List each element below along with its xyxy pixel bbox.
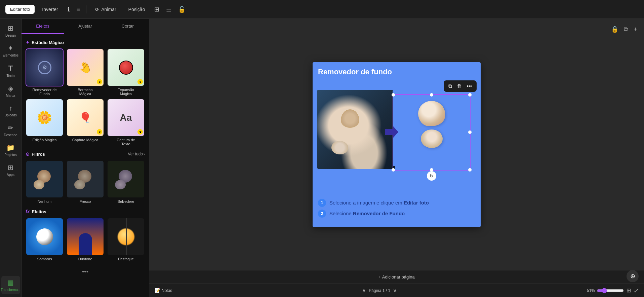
tab-efeitos[interactable]: Efeitos [22,19,64,34]
thumb-label-borracha: BorrachaMágica [78,88,93,96]
sidebar-item-elementos[interactable]: ✦ Elementos [1,41,20,60]
invert-button[interactable]: Inverter [37,5,63,14]
thumb-filter-fresco[interactable]: Fresco [66,160,104,203]
instruction-num-1: 1 [318,199,326,207]
page-indicator: Página 1 / 1 [369,288,390,293]
sidebar-label-texto: Texto [7,74,15,78]
canvas-copy-button[interactable]: ⧉ [622,24,630,34]
canvas-area: 🔒 ⧉ + Removedor de fundo ⧉ 🗑 ••• [149,19,644,297]
handle-bottom-right[interactable] [468,168,472,172]
effects-grid: Sombras Duotone [26,218,145,261]
thumb-captura-magica[interactable]: 🎈 ♛ Captura Mágica [66,99,104,146]
crown-badge-2: ♛ [137,79,143,84]
thumb-filter-nenhum[interactable]: Nenhum [26,160,64,203]
bottom-center: ∧ Página 1 / 1 ∨ [362,287,397,294]
sidebar-item-uploads[interactable]: ↑ Uploads [1,102,20,120]
thumb-box-edicao: 🌼 [26,99,64,137]
chevron-up-button[interactable]: ∧ [362,287,366,294]
uploads-icon: ↑ [9,104,12,112]
sidebar-label-uploads: Uploads [4,113,17,117]
sidebar-label-design: Design [5,34,16,37]
earbud-main-before [341,109,359,128]
zoom-slider[interactable] [597,288,624,293]
thumb-effect-desfoque[interactable]: Desfoque [107,218,145,261]
design-canvas[interactable]: Removedor de fundo ⧉ 🗑 ••• [313,62,481,227]
checkerboard-button[interactable]: ⊞ [152,4,161,14]
ctx-copy-button[interactable]: ⧉ [446,82,454,90]
sidebar-item-marca[interactable]: ◈ Marca [1,82,20,100]
add-page-button[interactable]: + Adicionar página [149,270,644,284]
effects-panel: Efeitos Ajustar Cortar ✦ Estúdio Mágico … [22,19,149,297]
thumb-box-duotone [66,218,104,256]
design-icon: ⊞ [8,24,13,32]
handle-bottom-center[interactable] [430,168,433,172]
position-button[interactable]: Posição [124,5,150,14]
checkerboard-icon: ⊞ [154,6,159,13]
ctx-delete-button[interactable]: 🗑 [455,82,464,90]
sidebar-item-transform[interactable]: ▦ Transforma... [1,276,20,294]
thumb-expansao-magica[interactable]: ♛ ExpansãoMágica [107,48,145,96]
thumb-box-expansao: ♛ [107,48,145,86]
notes-button[interactable]: 📝 Notas [155,288,172,293]
before-image[interactable] [317,90,395,169]
notes-icon: 📝 [155,288,160,293]
chevron-down-button[interactable]: ∨ [393,287,397,294]
desfoque-preview [108,218,144,255]
thumb-captura-texto[interactable]: Aa ♛ Captura deTexto [107,99,145,146]
instruction-text-2: Selecione Removedor de Fundo [329,211,405,216]
thumb-box-borracha: 🤚 ♛ [66,48,104,86]
bottom-left: 📝 Notas [155,288,172,293]
hand-icon: 🤚 [77,59,94,76]
align-button[interactable]: ⚌ [164,4,173,14]
crown-badge: ♛ [97,79,102,84]
canvas-add-button[interactable]: + [632,24,639,34]
thumb-effect-sombras[interactable]: Sombras [26,218,64,261]
thumb-filter-belvedere[interactable]: Belvedere [107,160,145,203]
thumb-label-fresco: Fresco [80,199,91,203]
transform-icon: ▦ [7,279,14,287]
thumb-removedor-fundo[interactable]: ⚙ Removedor deFundo [26,48,64,96]
text-aa-icon: Aa ♛ [108,99,144,136]
edit-photo-button[interactable]: Editar foto [5,5,35,14]
thumb-label-belvedere: Belvedere [118,199,134,203]
filter-preview-fresco [67,161,104,197]
menu-icon-button[interactable]: ≡ [75,4,82,14]
ver-tudo-button[interactable]: Ver tudo › [128,152,145,156]
tab-ajustar[interactable]: Ajustar [64,19,106,34]
more-options-button[interactable]: ••• [80,266,90,277]
filter-preview-belvedere [108,161,144,197]
sidebar-item-apps[interactable]: ⊞ Apps [1,161,20,179]
canvas-lock-button[interactable]: 🔒 [610,24,620,34]
thumb-edicao-magica[interactable]: 🌼 Edição Mágica [26,99,64,146]
panel-scroll[interactable]: ✦ Estúdio Mágico ⚙ Removedor deFundo [22,34,149,297]
instructions-area: 1 Selecione a imagem e clique em Editar … [318,199,475,220]
sidebar-item-desenho[interactable]: ✏ Desenho [1,121,20,140]
animate-button[interactable]: ⟳ Animar [90,5,121,14]
top-toolbar: Editar foto Inverter ℹ ≡ ⟳ Animar Posiçã… [0,0,644,19]
thumb-borracha-magica[interactable]: 🤚 ♛ BorrachaMágica [66,48,104,96]
tab-cortar[interactable]: Cortar [107,19,149,34]
chevron-right-icon: › [144,152,145,156]
grid-view-button[interactable]: ⊞ [627,287,631,294]
sidebar-label-apps: Apps [7,173,14,177]
filters-header: ⊙ Filtros Ver tudo › [26,151,145,157]
context-menu: ⧉ 🗑 ••• [444,80,477,92]
thumb-effect-duotone[interactable]: Duotone [66,218,104,261]
sombras-preview [26,218,63,255]
refresh-icon-box[interactable]: ↻ [427,171,436,181]
after-image[interactable] [393,90,471,166]
accessibility-button[interactable]: ⊕ [627,270,639,282]
settings-icon: ⚙ [38,61,51,74]
sidebar-label-desenho: Desenho [4,133,17,137]
expand-button[interactable]: ⤢ [634,287,639,294]
soccer-ball-icon [36,228,53,245]
info-icon-button[interactable]: ℹ [66,4,72,14]
sidebar-item-texto[interactable]: T Texto [1,61,20,80]
sidebar-item-design[interactable]: ⊞ Design [1,22,20,40]
canvas-wrapper[interactable]: Removedor de fundo ⧉ 🗑 ••• [149,19,644,270]
ctx-more-button[interactable]: ••• [465,82,474,90]
magic-studio-grid: ⚙ Removedor deFundo 🤚 ♛ BorrachaMágica [26,48,145,146]
sidebar-item-projetos[interactable]: 📁 Projetos [1,141,20,159]
apps-icon: ⊞ [8,163,13,172]
lock-toolbar-button[interactable]: 🔓 [176,4,188,14]
